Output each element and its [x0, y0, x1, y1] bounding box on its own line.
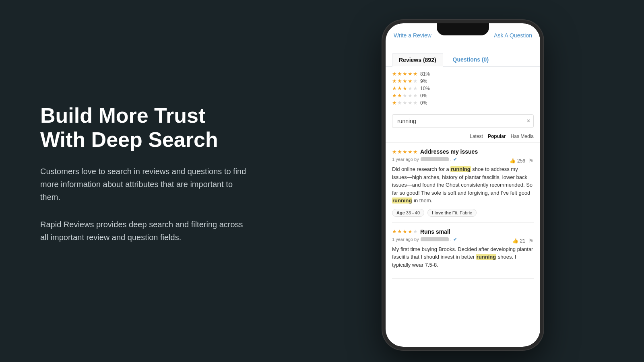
star: ★ [392, 149, 397, 155]
verified-badge-2: ✔ [453, 237, 457, 242]
review-meta-text-2: 1 year ago by . ✔ [392, 237, 457, 242]
ratings-section: ★ ★ ★ ★ ★ 81% ★ ★ ★ ★ ★ [386, 67, 540, 110]
review-header-1: ★ ★ ★ ★ ★ Addresses my issues [392, 148, 534, 155]
star: ★ [397, 85, 402, 91]
ask-question-link[interactable]: Ask A Question [494, 32, 532, 39]
phone-frame: Write a Review Ask A Question Reviews (8… [382, 20, 543, 350]
filter-latest[interactable]: Latest [470, 134, 483, 139]
filter-has-media[interactable]: Has Media [511, 134, 534, 139]
review-meta-1: 1 year ago by . ✔ 👍 256 ⚑ [392, 156, 534, 165]
star: ★ [408, 100, 413, 106]
star: ★ [413, 71, 418, 77]
stars-5: ★ ★ ★ ★ ★ [392, 71, 418, 77]
verified-badge-1: ✔ [453, 156, 457, 162]
clear-icon[interactable]: ✕ [526, 118, 530, 124]
dot-separator-2: . [450, 237, 452, 242]
highlight-running-1: running [450, 166, 471, 172]
tab-questions[interactable]: Questions (0) [446, 53, 495, 66]
star: ★ [392, 100, 397, 106]
star: ★ [392, 228, 397, 234]
star: ★ [413, 93, 418, 99]
filter-popular[interactable]: Popular [488, 134, 506, 139]
star: ★ [392, 85, 397, 91]
phone-notch [437, 23, 489, 35]
star: ★ [392, 93, 397, 99]
review-tabs: Reviews (892) Questions (0) [386, 50, 540, 67]
pct-5: 81% [420, 71, 431, 77]
star: ★ [408, 71, 413, 77]
star: ★ [397, 78, 402, 84]
star: ★ [402, 85, 407, 91]
review-title-2: Runs small [420, 228, 450, 235]
reviewer-name-2 [421, 237, 449, 241]
search-box: ✕ [392, 114, 534, 128]
write-review-link[interactable]: Write a Review [394, 32, 431, 39]
star: ★ [413, 149, 418, 155]
time-ago-2: 1 year ago by [392, 237, 419, 242]
tag-love-1: I love the Fit, Fabric [427, 209, 477, 217]
rating-row-5: ★ ★ ★ ★ ★ 81% [392, 71, 534, 77]
star: ★ [392, 78, 397, 84]
stars-3: ★ ★ ★ ★ ★ [392, 85, 418, 91]
reviewer-name-1 [421, 157, 449, 161]
review-header-2: ★ ★ ★ ★ ★ Runs small [392, 228, 534, 235]
helpful-count-2: 21 [520, 238, 525, 244]
stars-2: ★ ★ ★ ★ ★ [392, 93, 418, 99]
flag-icon-2[interactable]: ⚑ [528, 238, 534, 244]
reviews-list: ★ ★ ★ ★ ★ Addresses my issues 1 year ago… [386, 143, 540, 347]
star: ★ [408, 78, 413, 84]
phone-screen: Write a Review Ask A Question Reviews (8… [386, 23, 540, 347]
review-body-1: Did online research for a running shoe t… [392, 165, 534, 205]
headline-line1: Build More Trust [40, 104, 205, 127]
star: ★ [408, 93, 413, 99]
review-title-1: Addresses my issues [420, 148, 478, 155]
helpful-btn-1[interactable]: 👍 256 [510, 158, 525, 164]
dot-separator: . [450, 157, 452, 162]
star: ★ [397, 93, 402, 99]
star: ★ [397, 71, 402, 77]
review-item: ★ ★ ★ ★ ★ Addresses my issues 1 year ago… [392, 143, 534, 223]
star: ★ [413, 228, 418, 234]
star: ★ [402, 100, 407, 106]
stars-1: ★ ★ ★ ★ ★ [392, 100, 418, 106]
review-meta-text-1: 1 year ago by . ✔ [392, 156, 457, 162]
star: ★ [397, 228, 402, 234]
rating-row-3: ★ ★ ★ ★ ★ 10% [392, 85, 534, 91]
body-paragraph-1: Customers love to search in reviews and … [40, 165, 250, 204]
rating-row-4: ★ ★ ★ ★ ★ 9% [392, 78, 534, 84]
review-tags-1: Age 33 - 40 I love the Fit, Fabric [392, 209, 534, 217]
thumbs-up-icon-2: 👍 [512, 238, 518, 244]
tag-age-1: Age 33 - 40 [392, 209, 424, 217]
review-stars-2: ★ ★ ★ ★ ★ [392, 228, 418, 234]
star: ★ [413, 78, 418, 84]
pct-3: 10% [420, 86, 431, 91]
left-panel: Build More Trust With Deep Search Custom… [0, 72, 282, 290]
helpful-count-1: 256 [517, 158, 525, 164]
tab-reviews[interactable]: Reviews (892) [392, 53, 443, 67]
star: ★ [413, 100, 418, 106]
review-item-2: ★ ★ ★ ★ ★ Runs small 1 year ago by . [392, 223, 534, 279]
thumbs-up-icon: 👍 [510, 158, 516, 164]
pct-4: 9% [420, 78, 431, 84]
star: ★ [402, 228, 407, 234]
review-stars-1: ★ ★ ★ ★ ★ [392, 149, 418, 155]
star: ★ [402, 71, 407, 77]
filter-bar: Latest Popular Has Media [386, 132, 540, 143]
rating-row-1: ★ ★ ★ ★ ★ 0% [392, 100, 534, 106]
highlight-running-3: running [476, 254, 496, 260]
star: ★ [402, 149, 407, 155]
helpful-btn-2[interactable]: 👍 21 [512, 238, 525, 244]
review-body-2: My first time buying Brooks. Decided aft… [392, 245, 534, 269]
body-paragraph-2: Rapid Reviews provides deep search and f… [40, 218, 250, 244]
headline-line2: With Deep Search [40, 128, 218, 151]
star: ★ [408, 149, 413, 155]
rating-row-2: ★ ★ ★ ★ ★ 0% [392, 93, 534, 99]
pct-2: 0% [420, 93, 431, 99]
star: ★ [392, 71, 397, 77]
star: ★ [413, 85, 418, 91]
search-input[interactable] [392, 114, 534, 128]
star: ★ [397, 100, 402, 106]
highlight-running-2: running [392, 197, 412, 204]
flag-icon-1[interactable]: ⚑ [528, 158, 534, 164]
headline: Build More Trust With Deep Search [40, 104, 250, 152]
